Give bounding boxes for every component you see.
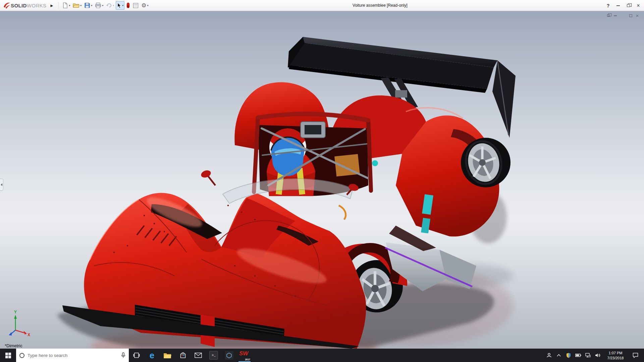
caret-icon: ▾ <box>147 4 149 7</box>
window-controls: ? × <box>603 0 643 11</box>
model-scene[interactable]: Y X <box>0 11 644 349</box>
system-tray: 1:07 PM 7/23/2018 <box>544 349 644 362</box>
doc-minimize-button[interactable] <box>612 13 619 18</box>
undo-arrow-icon <box>106 3 112 8</box>
clock-time: 1:07 PM <box>602 351 629 355</box>
document-window-controls: × <box>605 13 641 18</box>
print-button[interactable]: ▾ <box>94 1 104 10</box>
red-capsule-icon <box>126 2 130 8</box>
sw-logo-text: SW <box>239 350 248 357</box>
edge-icon: e <box>150 351 154 360</box>
doc-restore-button[interactable] <box>605 13 612 18</box>
taskbar-clock[interactable]: 1:07 PM 7/23/2018 <box>602 350 629 360</box>
file-explorer-icon <box>163 352 171 359</box>
rear-wheel[interactable] <box>461 138 511 187</box>
action-center-button[interactable] <box>629 349 642 362</box>
windows-logo-icon <box>5 353 11 358</box>
open-button[interactable]: ▾ <box>72 1 83 10</box>
undo-button[interactable]: ▾ <box>105 1 115 10</box>
options-button[interactable]: ⚙ ▾ <box>140 1 149 10</box>
microphone-icon[interactable] <box>121 352 125 358</box>
command-prompt-icon: >_ <box>209 351 218 360</box>
volume-button[interactable] <box>593 349 602 362</box>
orientation-triad: Y X <box>9 310 30 337</box>
list-sheet-icon <box>133 3 139 8</box>
save-floppy-icon <box>84 2 90 8</box>
network-icon <box>585 353 591 358</box>
store-button[interactable] <box>175 349 191 362</box>
brand-works: WORKS <box>27 3 47 8</box>
command-prompt-button[interactable]: >_ <box>206 349 221 362</box>
clock-date: 7/23/2018 <box>602 356 629 360</box>
close-icon: × <box>637 3 640 9</box>
start-button[interactable] <box>0 349 16 362</box>
taskbar: e >_ <box>0 349 644 362</box>
hex-app-button[interactable] <box>221 349 237 362</box>
help-icon: ? <box>607 3 610 8</box>
gear-icon: ⚙ <box>141 3 146 8</box>
file-explorer-button[interactable] <box>160 349 175 362</box>
close-button[interactable]: × <box>633 0 643 11</box>
select-tool-button[interactable]: ▾ <box>116 1 124 10</box>
edge-button[interactable]: e <box>144 349 160 362</box>
chevron-left-icon <box>1 183 2 186</box>
new-document-button[interactable]: ▾ <box>61 1 71 10</box>
defender-shield-icon <box>566 353 571 358</box>
new-document-icon <box>62 2 68 8</box>
desktop-screen: SOLIDWORKS ▶ ▾ ▾ ▾ <box>0 0 644 362</box>
caret-icon: ▾ <box>69 4 70 7</box>
battery-button[interactable] <box>573 349 583 362</box>
defender-button[interactable] <box>564 349 573 362</box>
battery-icon <box>575 354 581 357</box>
document-title: Voiture assemblee [Read-only] <box>353 3 407 8</box>
mail-envelope-icon <box>195 353 202 358</box>
chevron-up-icon <box>557 354 561 357</box>
notification-icon <box>633 353 638 358</box>
restore-button[interactable] <box>623 0 633 11</box>
minimize-icon <box>616 5 620 6</box>
sheet-properties-button[interactable] <box>132 1 140 10</box>
titlebar: SOLIDWORKS ▶ ▾ ▾ ▾ <box>0 0 644 11</box>
close-icon: × <box>636 13 639 18</box>
hexagon-app-icon <box>225 351 233 360</box>
speaker-icon <box>595 353 600 358</box>
select-cursor-icon <box>117 3 121 8</box>
front-bodywork[interactable] <box>62 192 366 349</box>
search-input[interactable] <box>28 353 118 358</box>
maximize-icon <box>629 14 632 17</box>
people-button[interactable] <box>544 349 554 362</box>
sw-year-badge: 2017 <box>245 358 250 361</box>
store-bag-icon <box>180 352 186 359</box>
doc-close-button[interactable]: × <box>634 13 641 18</box>
triad-y-label: Y <box>14 310 17 314</box>
menu-expand-arrow-icon[interactable]: ▶ <box>51 4 53 7</box>
panel-collapse-handle[interactable] <box>0 179 3 191</box>
person-icon <box>546 353 552 358</box>
solidworks-brand: SOLIDWORKS <box>1 1 48 9</box>
caret-icon: ▾ <box>80 4 82 7</box>
toolbar-divider <box>58 2 59 9</box>
minimize-icon <box>614 15 617 16</box>
cortana-icon <box>19 353 24 358</box>
view-orientation-label: *Dimetric <box>5 343 22 348</box>
task-view-button[interactable] <box>129 349 144 362</box>
network-button[interactable] <box>583 349 593 362</box>
caret-icon: ▾ <box>113 4 114 7</box>
help-button[interactable]: ? <box>603 0 613 11</box>
brand-text: SOLIDWORKS <box>11 3 47 8</box>
caret-icon: ▾ <box>91 4 92 7</box>
appearance-button[interactable] <box>125 1 131 10</box>
graphics-viewport[interactable]: Y X × *Dimetric <box>0 11 644 349</box>
brand-solid: SOLID <box>11 3 27 8</box>
doc-maximize-button[interactable] <box>627 13 634 18</box>
caret-icon: ▾ <box>102 4 103 7</box>
restore-icon <box>627 4 630 7</box>
minimize-button[interactable] <box>613 0 623 11</box>
caret-icon: ▾ <box>122 4 123 7</box>
solidworks-app-button[interactable]: SW 2017 <box>237 349 252 362</box>
ds-logo-icon <box>3 1 11 9</box>
hidden-icons-button[interactable] <box>554 349 564 362</box>
save-button[interactable]: ▾ <box>83 1 93 10</box>
mail-button[interactable] <box>191 349 206 362</box>
taskbar-search[interactable] <box>16 349 129 362</box>
